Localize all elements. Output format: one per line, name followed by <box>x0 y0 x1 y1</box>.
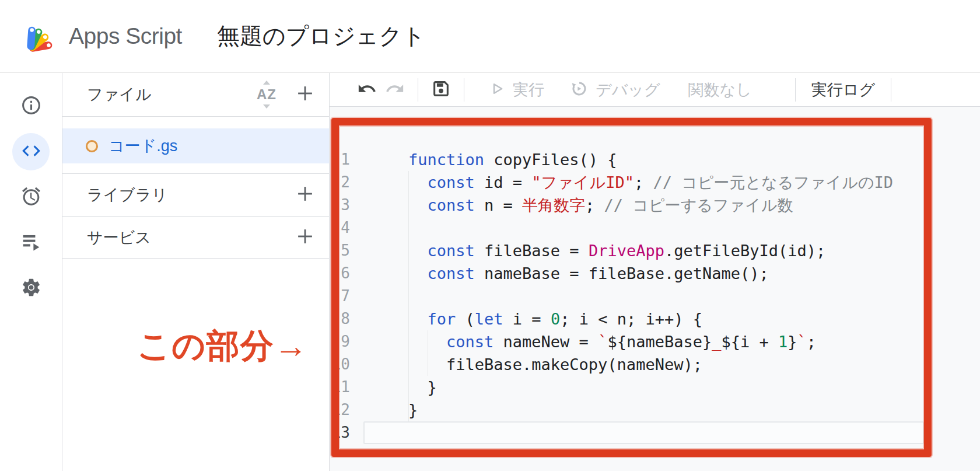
code-line[interactable]: 2 const id = "ファイルID"; // コピー元となるファイルのID <box>330 171 930 194</box>
redo-icon <box>385 79 405 101</box>
rail-executions-button[interactable] <box>12 224 50 261</box>
line-number[interactable]: 9 <box>330 330 350 353</box>
run-button[interactable]: 実行 <box>488 79 544 100</box>
add-service-button[interactable] <box>292 224 318 251</box>
services-section: サービス <box>62 216 329 259</box>
annotation-label: この部分→ <box>137 324 308 369</box>
code-line[interactable]: 4 <box>330 217 930 239</box>
add-file-button[interactable] <box>292 81 318 108</box>
line-number[interactable]: 5 <box>330 239 350 262</box>
code-line-text: const nameBase = fileBase.getName(); <box>408 262 769 285</box>
code-line[interactable]: 6 const nameBase = fileBase.getName(); <box>330 262 930 285</box>
executions-icon <box>20 231 42 255</box>
apps-script-window: Apps Script 無題のプロジェクト ファイル <box>0 0 980 471</box>
save-icon <box>431 79 451 101</box>
play-icon <box>488 80 506 100</box>
code-editor[interactable]: 1function copyFiles() {2 const id = "ファイ… <box>330 107 980 471</box>
header: Apps Script 無題のプロジェクト <box>0 0 980 73</box>
code-line-text: fileBase.makeCopy(nameNew); <box>408 353 702 376</box>
clock-icon <box>20 186 42 210</box>
code-line-text: } <box>408 399 418 421</box>
services-label: サービス <box>87 227 292 248</box>
line-number[interactable]: 11 <box>330 376 350 399</box>
libraries-label: ライブラリ <box>87 184 292 205</box>
line-number[interactable]: 13 <box>330 421 350 444</box>
code-line-text: const n = 半角数字; // コピーするファイル数 <box>408 194 793 217</box>
rail-settings-button[interactable] <box>12 270 50 307</box>
file-name: コード.gs <box>108 135 177 156</box>
unsaved-file-dot-icon <box>86 140 98 152</box>
add-library-button[interactable] <box>292 182 318 208</box>
line-number[interactable]: 1 <box>330 148 350 171</box>
code-line-text: function copyFiles() { <box>408 148 617 171</box>
function-select[interactable]: 関数なし <box>688 79 752 100</box>
code-line-text: const id = "ファイルID"; // コピー元となるファイルのID <box>408 171 893 194</box>
app-name: Apps Script <box>69 23 182 49</box>
code-line[interactable]: 11 } <box>330 376 930 399</box>
editor-pane: 実行 デバッグ 関数なし 実行ログ 1function copyFiles <box>330 73 980 471</box>
debug-button[interactable]: デバッグ <box>570 79 660 100</box>
editor-toolbar: 実行 デバッグ 関数なし 実行ログ <box>330 73 980 107</box>
run-label: 実行 <box>513 79 544 100</box>
undo-icon <box>357 79 377 101</box>
line-number[interactable]: 12 <box>330 399 350 421</box>
left-rail <box>0 73 62 471</box>
plus-icon <box>294 183 316 207</box>
redo-button[interactable] <box>381 76 409 104</box>
code-line[interactable]: 9 const nameNew = `${nameBase}_${i + 1}`… <box>330 330 930 353</box>
line-number[interactable]: 4 <box>330 217 350 239</box>
code-line[interactable]: 10 fileBase.makeCopy(nameNew); <box>330 353 930 376</box>
save-button[interactable] <box>427 76 455 104</box>
code-line-text: } <box>408 376 437 399</box>
libraries-section: ライブラリ <box>62 173 329 216</box>
line-number[interactable]: 2 <box>330 171 350 194</box>
code-line[interactable]: 3 const n = 半角数字; // コピーするファイル数 <box>330 194 930 217</box>
code-line-text: for (let i = 0; i < n; i++) { <box>408 308 702 330</box>
rail-editor-button[interactable] <box>12 133 50 170</box>
function-select-label: 関数なし <box>688 79 752 100</box>
code-line-text: const fileBase = DriveApp.getFileById(id… <box>408 239 825 262</box>
code-icon <box>20 140 42 164</box>
gear-icon <box>20 277 42 301</box>
toolbar-divider <box>464 78 464 102</box>
project-title[interactable]: 無題のプロジェクト <box>217 20 425 52</box>
toolbar-divider <box>795 78 796 102</box>
execution-log-label: 実行ログ <box>811 79 875 100</box>
rail-overview-button[interactable] <box>12 88 50 125</box>
line-number[interactable]: 8 <box>330 308 350 330</box>
files-panel: ファイル AZ コード.gs ライブラリ サービス <box>62 73 330 471</box>
files-title: ファイル <box>87 84 256 105</box>
code-line[interactable]: 7 <box>330 285 930 308</box>
info-icon <box>20 95 42 118</box>
files-panel-header: ファイル AZ <box>62 73 329 117</box>
debug-label: デバッグ <box>596 79 660 100</box>
code-line[interactable]: 12} <box>330 399 930 421</box>
plus-icon <box>294 82 316 107</box>
line-number[interactable]: 3 <box>330 194 350 217</box>
line-number[interactable]: 6 <box>330 262 350 285</box>
toolbar-divider <box>891 78 891 102</box>
code-line-text: const nameNew = `${nameBase}_${i + 1}`; <box>408 330 816 353</box>
code-line[interactable]: 8 for (let i = 0; i < n; i++) { <box>330 308 930 330</box>
undo-button[interactable] <box>353 76 381 104</box>
code-lines: 1function copyFiles() {2 const id = "ファイ… <box>330 148 930 444</box>
execution-log-button[interactable]: 実行ログ <box>811 79 875 100</box>
plus-icon <box>294 225 316 250</box>
file-item-code-gs[interactable]: コード.gs <box>62 128 329 163</box>
code-line[interactable]: 13 <box>330 421 930 444</box>
apps-script-logo <box>23 20 58 53</box>
toolbar-divider <box>418 78 418 102</box>
line-number[interactable]: 10 <box>330 353 350 376</box>
debug-icon <box>570 79 589 100</box>
sort-files-icon[interactable]: AZ <box>256 83 278 106</box>
rail-triggers-button[interactable] <box>12 179 50 216</box>
code-line[interactable]: 1function copyFiles() { <box>330 148 930 171</box>
line-number[interactable]: 7 <box>330 285 350 308</box>
code-line[interactable]: 5 const fileBase = DriveApp.getFileById(… <box>330 239 930 262</box>
